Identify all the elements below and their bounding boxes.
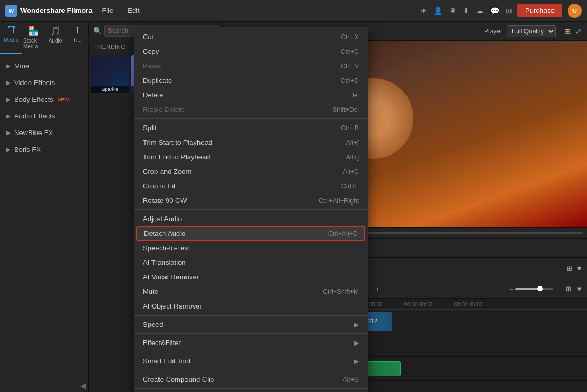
menu-trim-start[interactable]: Trim Start to Playhead Alt+[ <box>134 135 368 150</box>
stock-tab-icon: 🏪 <box>28 26 39 36</box>
monitor-icon[interactable]: 🖥 <box>449 6 457 15</box>
cloud-icon[interactable]: ☁ <box>476 6 484 15</box>
send-icon[interactable]: ✈ <box>420 6 427 15</box>
menu-mute[interactable]: Mute Ctrl+Shift+M <box>134 284 368 299</box>
expand-icon[interactable]: ⤢ <box>575 27 582 36</box>
menu-adjust-audio[interactable]: Adjust Audio <box>134 212 368 226</box>
media-item-sparkle[interactable]: Sparkle <box>91 55 129 93</box>
sidebar-item-mine-label: Mine <box>14 62 29 70</box>
sidebar-item-boris[interactable]: ▶ Boris FX <box>0 141 88 158</box>
menu-create-compound-shortcut: Alt+G <box>343 376 359 383</box>
menu-duplicate-shortcut: Ctrl+D <box>341 77 359 85</box>
body-effects-arrow: ▶ <box>6 96 11 102</box>
menu-adjust-audio-label: Adjust Audio <box>143 215 182 223</box>
menu-ai-object-remover-label: AI Object Remover <box>143 302 202 310</box>
titles-tab-icon: T <box>75 26 80 36</box>
menu-delete[interactable]: Delete Del <box>134 88 368 102</box>
menu-rotate-shortcut: Ctrl+Alt+Right <box>319 197 359 205</box>
download-icon[interactable]: ⬇ <box>463 6 469 15</box>
menu-copy[interactable]: Copy Ctrl+C <box>134 44 368 59</box>
menu-ripple-delete-label: Ripple Delete <box>143 106 185 114</box>
menu-split[interactable]: Split Ctrl+B <box>134 121 368 135</box>
grid-icon[interactable]: ⊞ <box>506 6 512 15</box>
menu-effect-filter-label: Effect&Filter <box>143 339 181 347</box>
menu-rotate[interactable]: Rotate 90 CW Ctrl+Alt+Right <box>134 193 368 208</box>
sidebar-item-body-effects-label: Body Effects <box>14 95 53 103</box>
zoom-thumb[interactable] <box>537 286 543 291</box>
preview-icons: ⊞ ⤢ <box>564 27 582 36</box>
menu-file[interactable]: File <box>98 5 118 16</box>
chevron-down-btn[interactable]: ▼ <box>576 264 583 272</box>
tl-add-text-btn[interactable]: + <box>374 284 382 294</box>
menu-effect-filter[interactable]: Effect&Filter ▶ <box>134 335 368 350</box>
zoom-fill <box>515 288 540 290</box>
left-panel: 🎞 Media 🏪 Stock Media 🎵 Audio T Ti... ▶ … <box>0 22 89 392</box>
sidebar-item-video-effects[interactable]: ▶ Video Effects <box>0 74 88 91</box>
ruler-mark-3: 00:00:40:00 <box>404 302 433 307</box>
menu-paste-label: Paste <box>143 62 161 70</box>
sidebar-item-video-effects-label: Video Effects <box>14 79 55 87</box>
menu-create-compound[interactable]: Create Compound Clip Alt+G <box>134 372 368 387</box>
left-panel-collapse[interactable]: ◀ <box>80 381 86 390</box>
avatar[interactable]: U <box>568 4 582 18</box>
tl-expand-icon[interactable]: ▼ <box>576 285 583 293</box>
player-label: Player <box>484 27 502 35</box>
menu-cut[interactable]: Cut Ctrl+X <box>134 30 368 44</box>
audio-tab-icon: 🎵 <box>50 26 61 36</box>
chat-icon[interactable]: 💬 <box>490 6 499 15</box>
menu-crop-fit-label: Crop to Fit <box>143 182 176 190</box>
tab-audio[interactable]: 🎵 Audio <box>44 22 66 54</box>
menu-duplicate[interactable]: Duplicate Ctrl+D <box>134 73 368 88</box>
menu-trim-end[interactable]: Trim End to Playhead Alt+] <box>134 150 368 164</box>
menu-ai-translation[interactable]: AI Translation <box>134 255 368 270</box>
sidebar-item-body-effects[interactable]: ▶ Body Effects NEW! <box>0 91 88 108</box>
sidebar-item-newblue[interactable]: ▶ NewBlue FX <box>0 124 88 141</box>
menu-speech-to-text[interactable]: Speech-to-Text <box>134 241 368 255</box>
tab-stock-media[interactable]: 🏪 Stock Media <box>22 22 44 54</box>
zoom-out-icon[interactable]: − <box>509 285 513 293</box>
video-effects-arrow: ▶ <box>6 80 11 86</box>
menu-cut-shortcut: Ctrl+X <box>341 33 359 41</box>
sidebar-item-mine[interactable]: ▶ Mine <box>0 58 88 74</box>
menu-speed-label: Speed <box>143 320 163 328</box>
menu-crop-fit-shortcut: Ctrl+F <box>341 183 359 190</box>
menu-divider-3 <box>134 315 368 316</box>
zoom-slider[interactable] <box>515 288 553 290</box>
menu-crop-zoom[interactable]: Crop and Zoom Alt+C <box>134 164 368 179</box>
app-name: Wondershare Filmora <box>20 6 92 15</box>
purchase-button[interactable]: Purchase <box>517 4 562 17</box>
menu-copy-shortcut: Ctrl+C <box>341 48 359 55</box>
grid-layout-btn[interactable]: ⊞ <box>567 264 572 272</box>
menu-ripple-delete-shortcut: Shift+Del <box>333 106 359 114</box>
menu-speed[interactable]: Speed ▶ <box>134 317 368 332</box>
menu-ai-object-remover[interactable]: AI Object Remover <box>134 299 368 313</box>
app-logo-icon: W <box>5 5 17 17</box>
quality-select[interactable]: Full Quality <box>507 25 556 37</box>
menu-trim-start-shortcut: Alt+[ <box>346 139 359 146</box>
menu-smart-edit[interactable]: Smart Edit Tool ▶ <box>134 354 368 368</box>
menu-paste: Paste Ctrl+V <box>134 59 368 73</box>
menu-split-shortcut: Ctrl+B <box>341 124 359 132</box>
tl-view-icon[interactable]: ⊞ <box>565 285 571 293</box>
menu-ai-vocal-remover[interactable]: AI Vocal Remover <box>134 270 368 284</box>
mine-arrow: ▶ <box>6 63 11 69</box>
user-icon[interactable]: 👤 <box>433 6 443 15</box>
menu-divider-7 <box>134 388 368 389</box>
menu-detach-audio[interactable]: Detach Audio Ctrl+Alt+D <box>136 226 365 241</box>
menu-divider-6 <box>134 370 368 370</box>
search-icon: 🔍 <box>93 27 102 35</box>
tab-audio-label: Audio <box>49 38 63 44</box>
menu-delete-shortcut: Del <box>349 92 359 99</box>
grid-view-icon[interactable]: ⊞ <box>564 27 571 36</box>
zoom-in-icon[interactable]: + <box>555 285 559 293</box>
sidebar-item-audio-effects-label: Audio Effects <box>14 112 55 120</box>
menu-mute-label: Mute <box>143 288 158 296</box>
tab-media[interactable]: 🎞 Media <box>0 22 22 54</box>
menu-edit[interactable]: Edit <box>123 5 143 16</box>
tab-titles-label: Ti... <box>73 37 81 43</box>
menu-trim-end-shortcut: Alt+] <box>346 153 359 161</box>
sidebar-item-audio-effects[interactable]: ▶ Audio Effects <box>0 108 88 124</box>
menu-crop-fit[interactable]: Crop to Fit Ctrl+F <box>134 179 368 193</box>
tab-titles[interactable]: T Ti... <box>66 22 88 54</box>
menu-rotate-label: Rotate 90 CW <box>143 197 187 205</box>
